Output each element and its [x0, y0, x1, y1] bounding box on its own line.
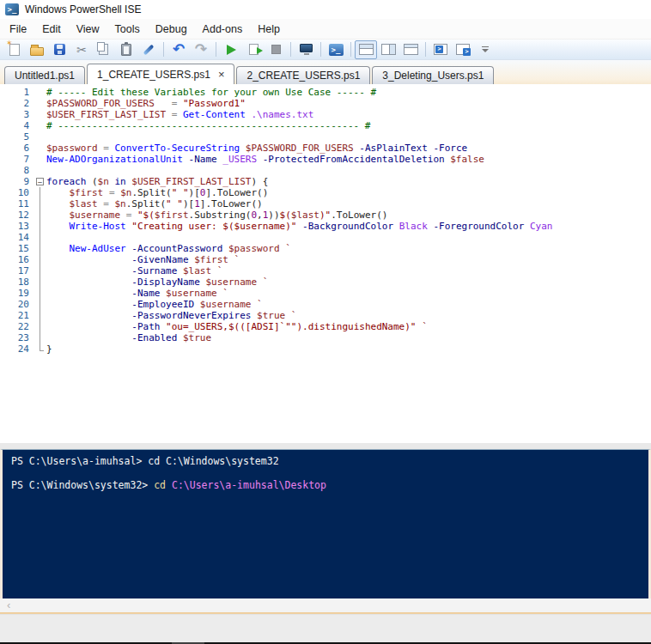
fold-marker[interactable] [35, 310, 46, 321]
menu-bar: FileEditViewToolsDebugAdd-onsHelp [0, 19, 651, 39]
open-script-button[interactable] [26, 40, 48, 59]
tab-2-create-users-ps1[interactable]: 2_CREATE_USERS.ps1 [236, 66, 370, 84]
console-hscrollbar[interactable]: ‹ [0, 598, 651, 614]
menu-edit[interactable]: Edit [34, 21, 69, 38]
menu-debug[interactable]: Debug [148, 21, 195, 38]
fold-marker[interactable] [35, 299, 46, 310]
copy-button[interactable] [93, 40, 115, 59]
code-token: Black [399, 221, 428, 232]
code-token: .Split( [131, 187, 171, 198]
line-number: 19 [0, 288, 35, 299]
fold-marker[interactable] [35, 243, 46, 254]
overflow-button[interactable] [474, 40, 496, 59]
tab-3-deleting-users-ps1[interactable]: 3_Deleting_Users.ps1 [372, 66, 494, 84]
pane-divider[interactable] [0, 443, 651, 449]
console-token: PS C:\Users\a-imuhsal> cd C:\Windows\sys… [11, 455, 279, 467]
code-line: 23 -Enabled $true [0, 332, 651, 343]
clear-console-button[interactable] [137, 40, 160, 59]
code-token: -Surname [131, 265, 177, 276]
code-token: $username [205, 276, 257, 288]
code-token [46, 299, 131, 310]
code-token [46, 276, 131, 288]
title-bar[interactable]: >_ Windows PowerShell ISE [0, 0, 651, 19]
code-line: 15 New-AdUser -AccountPassword $password… [0, 243, 651, 254]
fold-marker[interactable] [35, 288, 46, 299]
run-selection-button[interactable] [242, 40, 265, 59]
code-text: -PasswordNeverExpires $true ` [46, 310, 296, 321]
code-text: -GivenName $first ` [46, 254, 240, 265]
menu-file[interactable]: File [2, 21, 34, 38]
menu-help[interactable]: Help [250, 21, 288, 38]
fold-marker[interactable] [35, 321, 46, 332]
code-token: )[ [189, 187, 200, 198]
code-token: ` [217, 265, 223, 276]
code-token: -Name [189, 154, 217, 165]
code-token: ) { [251, 176, 268, 187]
fold-marker[interactable] [35, 221, 46, 232]
code-token: ` [422, 321, 428, 332]
code-token [46, 243, 70, 254]
tab-1-create-users-ps1[interactable]: 1_CREATE_USERS.ps1× [87, 64, 234, 84]
fold-marker[interactable] [35, 198, 46, 210]
run-script-button[interactable] [220, 40, 242, 59]
code-token: ].ToLower() [200, 198, 263, 210]
clear-console-icon [143, 44, 155, 55]
redo-button[interactable] [190, 40, 212, 59]
tab-close-icon[interactable]: × [218, 70, 225, 79]
code-text: -Surname $last ` [46, 265, 222, 276]
code-token: ` [222, 288, 228, 299]
fold-marker[interactable] [35, 265, 46, 276]
cut-button[interactable] [70, 40, 93, 59]
line-number: 20 [0, 299, 35, 310]
code-token [120, 210, 126, 221]
script-pane[interactable]: 1# ----- Edit these Variables for your o… [0, 84, 651, 443]
fold-marker[interactable] [35, 332, 46, 343]
fold-gutter [35, 98, 46, 109]
code-token [109, 198, 115, 210]
code-token: -Path [131, 321, 160, 332]
new-remote-powershell-tab-button[interactable] [295, 40, 317, 59]
fold-marker[interactable] [35, 276, 46, 288]
window-title: Windows PowerShell ISE [25, 3, 141, 15]
fold-marker[interactable] [35, 254, 46, 265]
code-token: $true [183, 332, 211, 343]
new-script-button[interactable] [3, 40, 26, 59]
fold-marker[interactable] [35, 232, 46, 243]
tab-untitled1-ps1[interactable]: Untitled1.ps1 [4, 66, 85, 84]
fold-marker[interactable] [35, 343, 46, 355]
code-text: New-AdUser -AccountPassword $password ` [46, 243, 291, 254]
code-token: )) [268, 210, 279, 221]
fold-marker[interactable] [35, 187, 46, 198]
code-token: $first [155, 210, 189, 221]
menu-tools[interactable]: Tools [107, 21, 148, 38]
show-script-pane-top-button[interactable] [355, 40, 377, 59]
code-line: 18 -DisplayName $username ` [0, 276, 651, 288]
start-powershell-exe-button[interactable] [325, 40, 347, 59]
code-token [257, 154, 263, 165]
show-script-pane-right-button[interactable] [377, 40, 399, 59]
open-script-icon [30, 47, 44, 56]
paste-button[interactable] [115, 40, 137, 59]
code-token: )" [319, 210, 331, 221]
close-powershell-tab-button[interactable] [452, 40, 474, 59]
code-token [183, 154, 189, 165]
toolbar-separator [216, 42, 216, 57]
code-token: -ProtectedFromAccidentalDeletion [263, 154, 445, 165]
tab-label: 2_CREATE_USERS.ps1 [246, 70, 360, 82]
save-script-button[interactable] [48, 40, 70, 59]
code-token: $( [280, 210, 291, 221]
menu-add-ons[interactable]: Add-ons [195, 21, 251, 38]
fold-marker[interactable] [35, 210, 46, 221]
console-pane[interactable]: PS C:\Users\a-imuhsal> cd C:\Windows\sys… [0, 449, 651, 598]
show-script-pane-maximized-button[interactable] [399, 40, 422, 59]
tab-strip: Untitled1.ps11_CREATE_USERS.ps1×2_CREATE… [0, 60, 651, 84]
fold-marker[interactable] [35, 176, 46, 187]
line-number: 9 [0, 176, 35, 187]
stop-operation-button[interactable] [265, 40, 287, 59]
new-powershell-tab-button[interactable] [429, 40, 452, 59]
fold-gutter [35, 165, 46, 176]
scroll-left-icon[interactable]: ‹ [7, 600, 10, 611]
undo-button[interactable] [167, 40, 190, 59]
line-number: 23 [0, 332, 35, 343]
menu-view[interactable]: View [69, 21, 107, 38]
